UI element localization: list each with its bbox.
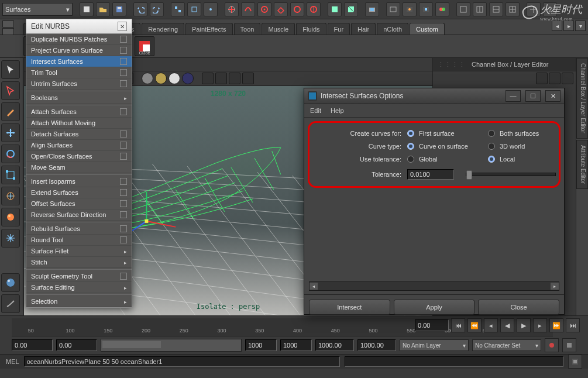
play-button[interactable]: ▶ <box>517 318 531 332</box>
step-fwd-button[interactable]: ⏩ <box>549 318 563 332</box>
option-box-icon[interactable] <box>120 58 127 65</box>
snap-point-button[interactable] <box>257 2 271 16</box>
vp-icon[interactable] <box>229 73 240 84</box>
shelf-tab[interactable]: Toon <box>234 23 261 35</box>
menu-item[interactable]: Offset Surfaces <box>26 198 132 209</box>
layout-button-4[interactable] <box>506 2 520 16</box>
history-on-button[interactable] <box>328 2 342 16</box>
cb-icon[interactable] <box>549 73 561 84</box>
option-box-icon[interactable] <box>120 178 127 185</box>
tolerance-slider[interactable] <box>466 173 556 176</box>
render-view-button[interactable] <box>386 2 400 16</box>
option-box-icon[interactable] <box>120 47 127 54</box>
character-set-dropdown[interactable]: No Character Set▾ <box>472 339 541 351</box>
shelf-scroll-left[interactable]: ◂ <box>552 20 562 31</box>
undo-button[interactable] <box>133 2 147 16</box>
cb-icon[interactable] <box>536 73 548 84</box>
menu-item[interactable]: Attach Without Moving <box>26 118 132 129</box>
menu-item[interactable]: Project Curve on Surface <box>26 45 132 56</box>
command-input[interactable]: oceanNurbsPreviewPlane 50 50 oceanShader… <box>24 356 340 367</box>
menu-item[interactable]: Surface Fillet <box>26 246 132 257</box>
view-end-field[interactable]: 1000 <box>245 339 277 351</box>
prev-key-button[interactable]: ◂ <box>484 318 498 332</box>
anim-layer-dropdown[interactable]: No Anim Layer▾ <box>400 339 469 351</box>
slider-knob[interactable] <box>466 170 472 180</box>
radio-first-surface[interactable]: First surface <box>407 130 482 137</box>
option-box-icon[interactable] <box>120 200 127 207</box>
option-box-icon[interactable] <box>120 211 127 218</box>
render-button[interactable] <box>365 2 379 16</box>
tolerance-field[interactable]: 0.0100 <box>407 169 454 180</box>
snap-plane-button[interactable] <box>274 2 288 16</box>
maximize-button[interactable]: ☐ <box>525 90 541 102</box>
snap-curve-button[interactable] <box>241 2 255 16</box>
history-off-button[interactable] <box>344 2 358 16</box>
range-end-field[interactable]: 1000 <box>280 339 312 351</box>
option-box-icon[interactable] <box>120 80 127 87</box>
shelf-tab[interactable]: nCloth <box>377 23 408 35</box>
side-tab[interactable]: Channel Box / Layer Editor <box>576 58 588 139</box>
option-box-icon[interactable] <box>120 69 127 76</box>
shade-icon[interactable] <box>182 73 194 84</box>
radio-global[interactable]: Global <box>407 156 482 163</box>
menu-item[interactable]: Stitch <box>26 257 132 268</box>
option-box-icon[interactable] <box>120 153 127 160</box>
view-start-field[interactable]: 0.00 <box>56 339 97 351</box>
dialog-hscroll[interactable]: ◂ ▸ <box>309 281 559 291</box>
vp-icon[interactable] <box>242 73 254 84</box>
option-box-icon[interactable] <box>120 142 127 149</box>
mel-label[interactable]: MEL <box>6 358 19 365</box>
menu-item[interactable]: Selection <box>26 296 132 307</box>
range-start-field[interactable]: 0.00 <box>12 339 53 351</box>
lasso-tool[interactable] <box>1 81 20 100</box>
shelf-tab[interactable]: Fur <box>328 23 350 35</box>
current-time-field[interactable]: 0.00 <box>415 319 449 331</box>
module-dropdown[interactable]: Surfaces ▾ <box>2 3 73 16</box>
menu-item[interactable]: Trim Tool <box>26 67 132 78</box>
close-button[interactable]: ✕ <box>545 90 561 102</box>
shelf-scroll-right[interactable]: ▸ <box>563 20 574 31</box>
menu-item[interactable]: Surface Editing <box>26 282 132 293</box>
menu-item[interactable]: Rebuild Surfaces <box>26 224 132 235</box>
play-back-button[interactable]: ◀ <box>500 318 514 332</box>
layout-button-2[interactable] <box>473 2 487 16</box>
menu-item[interactable]: Untrim Surfaces <box>26 78 132 90</box>
vp-icon[interactable] <box>202 73 214 84</box>
rewind-button[interactable]: ⏮ <box>451 318 465 332</box>
new-scene-button[interactable] <box>80 2 94 16</box>
shelf-tab[interactable]: Fluids <box>296 23 326 35</box>
scale-tool[interactable] <box>1 166 20 184</box>
shelf-tab-active[interactable]: Custom <box>410 23 445 35</box>
universal-manip-tool[interactable] <box>1 187 20 205</box>
minimize-button[interactable]: — <box>506 90 521 102</box>
intersect-button[interactable]: Intersect <box>309 300 390 315</box>
radio-curve-on-surface[interactable]: Curve on surface <box>407 143 482 150</box>
close-button[interactable]: Close <box>478 300 559 315</box>
dialog-menu-item[interactable]: Edit <box>310 107 321 114</box>
hypershade-button[interactable] <box>435 2 449 16</box>
select-hierarchy-button[interactable] <box>171 2 185 16</box>
side-tab[interactable]: Attribute Editor <box>576 140 588 189</box>
close-icon[interactable]: ✕ <box>118 22 127 31</box>
scroll-left-icon[interactable]: ◂ <box>310 283 318 290</box>
menu-item[interactable]: Duplicate NURBS Patches <box>26 34 132 45</box>
dialog-menu-item[interactable]: Help <box>331 107 344 114</box>
menu-item[interactable]: Sculpt Geometry Tool <box>26 271 132 282</box>
select-component-button[interactable] <box>204 2 218 16</box>
paint-select-tool[interactable] <box>1 102 20 121</box>
menu-item[interactable]: Reverse Surface Direction <box>26 209 132 221</box>
move-tool[interactable] <box>1 123 20 142</box>
menu-item[interactable]: Intersect Surfaces <box>26 56 132 67</box>
prefs-button[interactable] <box>562 338 576 352</box>
step-back-button[interactable]: ⏪ <box>467 318 482 332</box>
menu-item[interactable]: Open/Close Surfaces <box>26 151 132 162</box>
range-slider[interactable] <box>101 339 242 352</box>
script-editor-button[interactable] <box>568 355 582 369</box>
option-box-icon[interactable] <box>120 130 127 138</box>
rotate-tool[interactable] <box>1 145 20 163</box>
soft-mod-tool[interactable] <box>1 208 20 226</box>
menu-titlebar[interactable]: Edit NURBS ✕ <box>26 19 132 34</box>
render-settings-button[interactable] <box>419 2 433 16</box>
option-box-icon[interactable] <box>120 108 127 115</box>
shelf-tab[interactable]: Rendering <box>142 23 184 35</box>
